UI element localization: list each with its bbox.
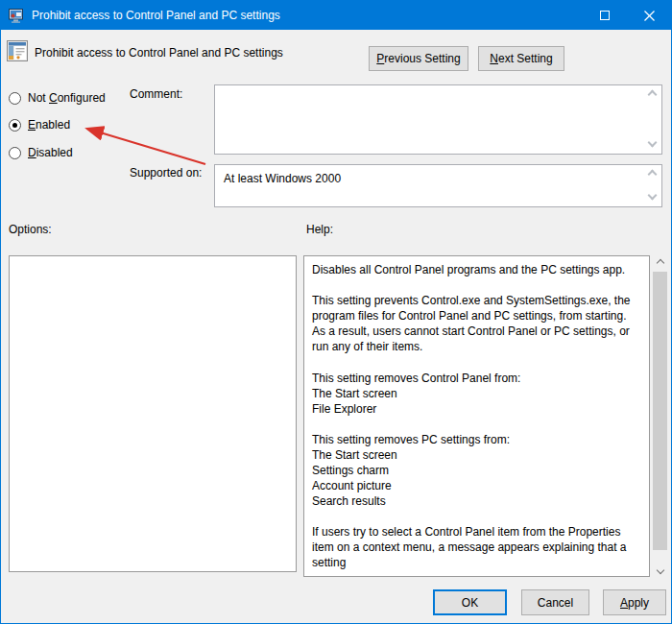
radio-enabled[interactable]: Enabled: [9, 117, 70, 132]
app-icon: [9, 9, 25, 23]
maximize-icon: [600, 11, 610, 20]
maximize-button[interactable]: [583, 1, 627, 30]
previous-setting-button[interactable]: Previous Setting: [369, 46, 468, 71]
comment-textarea[interactable]: [214, 84, 662, 155]
radio-circle-disabled[interactable]: [9, 147, 21, 159]
previous-setting-label: Previous Setting: [376, 52, 460, 65]
scroll-down-icon[interactable]: [652, 563, 668, 577]
apply-label: Apply: [620, 596, 649, 610]
close-button[interactable]: [627, 1, 671, 30]
radio-circle-enabled[interactable]: [9, 119, 21, 132]
supported-on-textarea[interactable]: At least Windows 2000: [214, 164, 662, 207]
window-title: Prohibit access to Control Panel and PC …: [32, 9, 280, 22]
policy-setting-icon: [7, 40, 28, 61]
help-panel[interactable]: Disables all Control Panel programs and …: [303, 255, 650, 577]
radio-label-disabled: Disabled: [28, 146, 73, 159]
ok-button[interactable]: OK: [433, 589, 507, 615]
next-setting-button[interactable]: Next Setting: [478, 46, 564, 71]
comment-scroll-up-icon[interactable]: [649, 91, 658, 100]
scrollbar-thumb[interactable]: [653, 272, 667, 550]
setting-title: Prohibit access to Control Panel and PC …: [35, 46, 283, 60]
supported-on-label: Supported on:: [130, 166, 202, 180]
supported-scroll-down-icon[interactable]: [649, 192, 658, 201]
help-text: Disables all Control Panel programs and …: [312, 262, 641, 571]
options-label: Options:: [9, 223, 52, 236]
help-label: Help:: [306, 223, 333, 236]
group-policy-setting-dialog: Prohibit access to Control Panel and PC …: [0, 0, 672, 624]
comment-scroll-down-icon[interactable]: [649, 139, 658, 148]
cancel-button[interactable]: Cancel: [521, 589, 589, 615]
radio-label-not-configured: Not Configured: [28, 91, 106, 105]
supported-scroll-up-icon[interactable]: [649, 171, 658, 180]
supported-on-value: At least Windows 2000: [224, 172, 341, 185]
apply-button[interactable]: Apply: [603, 589, 666, 615]
close-icon: [644, 11, 655, 21]
next-setting-label: Next Setting: [490, 52, 552, 65]
title-bar: Prohibit access to Control Panel and PC …: [1, 1, 671, 30]
radio-disabled[interactable]: Disabled: [9, 145, 73, 160]
help-scrollbar[interactable]: [652, 255, 668, 577]
radio-not-configured[interactable]: Not Configured: [9, 90, 106, 106]
radio-circle-not-configured[interactable]: [9, 92, 21, 105]
scroll-up-icon[interactable]: [652, 255, 668, 270]
radio-label-enabled: Enabled: [28, 118, 70, 132]
comment-label: Comment:: [130, 87, 182, 101]
caption-buttons: [583, 1, 671, 30]
options-panel: [9, 255, 297, 572]
